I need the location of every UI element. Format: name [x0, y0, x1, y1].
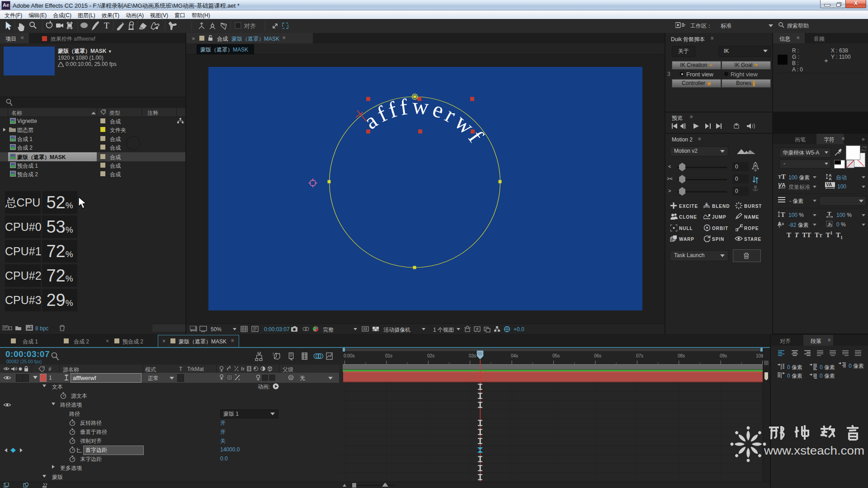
- svg-text:0:00s: 0:00s: [344, 353, 354, 358]
- svg-text:www.xsteach.com: www.xsteach.com: [764, 444, 864, 457]
- svg-text:VA: VA: [826, 182, 832, 187]
- svg-text:09s: 09s: [720, 353, 727, 358]
- svg-text:04s: 04s: [511, 353, 518, 358]
- svg-text:A: A: [782, 182, 786, 188]
- svg-text:10s: 10s: [756, 353, 763, 358]
- svg-text:02s: 02s: [427, 353, 434, 358]
- svg-text:T: T: [827, 211, 831, 217]
- svg-text:T: T: [781, 211, 785, 218]
- svg-text:06s: 06s: [594, 353, 601, 358]
- svg-text:05s: 05s: [552, 353, 560, 358]
- svg-text:fx: fx: [241, 366, 245, 371]
- svg-text:T: T: [104, 21, 109, 30]
- svg-text:a: a: [782, 221, 784, 226]
- svg-text:08s: 08s: [678, 353, 685, 358]
- svg-text:T: T: [781, 173, 786, 180]
- svg-text:01s: 01s: [385, 353, 392, 358]
- svg-text:03s: 03s: [469, 353, 476, 358]
- svg-text:あ: あ: [827, 221, 832, 227]
- svg-text:afffwerwf: afffwerwf: [359, 93, 491, 150]
- svg-text:对齐: 对齐: [244, 23, 256, 29]
- svg-text:A: A: [829, 177, 832, 180]
- svg-text:07s: 07s: [636, 353, 643, 358]
